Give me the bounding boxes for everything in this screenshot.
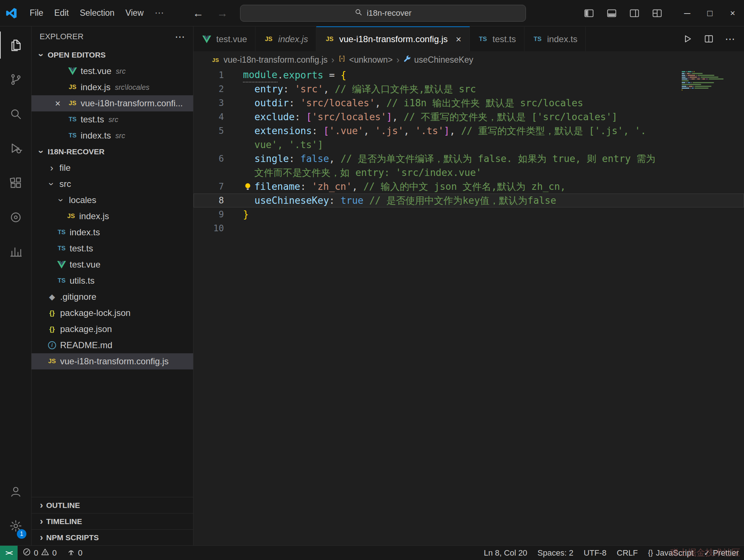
encoding[interactable]: UTF-8 (578, 546, 611, 560)
menu-more-icon[interactable]: ⋯ (149, 5, 170, 21)
language-mode[interactable]: {}JavaScript (643, 546, 699, 560)
file-item[interactable]: JSindex.js (32, 208, 193, 224)
code-line[interactable]: 文件而不是文件夹，如 entry: 'src/index.vue' (194, 166, 744, 180)
editor-more-actions-icon[interactable]: ⋯ (725, 33, 735, 45)
file-item[interactable]: TStest.ts (32, 240, 193, 257)
explorer-icon[interactable] (0, 28, 32, 62)
line-number[interactable]: 7 (194, 180, 243, 194)
indentation[interactable]: Spaces: 2 (533, 546, 579, 560)
section-npm-scripts[interactable]: ›NPM SCRIPTS (32, 529, 193, 545)
tab-test.ts[interactable]: TStest.ts (470, 26, 524, 51)
line-number[interactable] (194, 138, 243, 152)
code-line[interactable]: 5 extensions: ['.vue', '.js', '.ts'], //… (194, 124, 744, 138)
split-editor-button[interactable] (704, 34, 714, 44)
file-item[interactable]: JSvue-i18n-transform.config.js (32, 353, 193, 369)
folder-item[interactable]: ›locales (32, 192, 193, 208)
file-item[interactable]: {}package-lock.json (32, 305, 193, 321)
line-number[interactable]: 10 (194, 221, 243, 235)
open-editor-item[interactable]: test.vuesrc (32, 63, 193, 79)
breadcrumb-item[interactable]: JSvue-i18n-transform.config.js (210, 55, 328, 65)
lightbulb-icon[interactable] (243, 180, 254, 194)
formatter[interactable]: ✓Prettier (699, 546, 744, 560)
line-number[interactable]: 6 (194, 152, 243, 166)
eol[interactable]: CRLF (612, 546, 643, 560)
remote-explorer-icon[interactable] (0, 200, 32, 235)
file-item[interactable]: iREADME.md (32, 337, 193, 353)
maximize-button[interactable]: □ (699, 0, 721, 26)
code-line[interactable]: 10 (194, 221, 744, 235)
file-item[interactable]: TSindex.ts (32, 224, 193, 240)
line-number[interactable]: 4 (194, 110, 243, 124)
tab-index.js[interactable]: JSindex.js (255, 26, 316, 51)
open-editor-item[interactable]: TStest.tssrc (32, 111, 193, 128)
close-icon[interactable]: × (456, 34, 461, 45)
open-editor-item[interactable]: ×JSvue-i18n-transform.confi... (32, 95, 193, 111)
code-line[interactable]: 1module.exports = { (194, 68, 744, 82)
file-item[interactable]: TSutils.ts (32, 273, 193, 289)
cursor-position[interactable]: Ln 8, Col 20 (479, 546, 533, 560)
open-editor-item[interactable]: JSindex.jssrc\locales (32, 79, 193, 95)
run-button[interactable] (682, 34, 693, 44)
open-editors-header[interactable]: › OPEN EDITORS (32, 47, 193, 63)
menu-file[interactable]: File (24, 5, 49, 21)
code-line[interactable]: 7filename: 'zh_cn', // 输入的中文 json 文件名,默认… (194, 180, 744, 194)
more-actions-icon[interactable]: ⋯ (175, 31, 185, 43)
line-number[interactable]: 8 (194, 194, 243, 207)
code-line[interactable]: 4 exclude: ['src/locales'], // 不重写的文件夹，默… (194, 110, 744, 124)
remote-indicator[interactable]: >< (0, 546, 18, 560)
menu-selection[interactable]: Selection (74, 5, 120, 21)
line-number[interactable] (194, 166, 243, 180)
forward-icon[interactable]: → (216, 7, 229, 19)
toggle-secondary-sidebar-icon[interactable] (629, 8, 640, 19)
section-outline[interactable]: ›OUTLINE (32, 497, 193, 513)
line-number[interactable]: 1 (194, 68, 243, 82)
search-icon[interactable] (0, 97, 32, 131)
code-line[interactable]: vue', '.ts'] (194, 138, 744, 152)
code-line[interactable]: 9} (194, 207, 744, 221)
code-line[interactable]: 6 single: false, // 是否为单文件编译，默认为 false. … (194, 152, 744, 166)
line-number[interactable]: 5 (194, 124, 243, 138)
folder-item[interactable]: ›file (32, 160, 193, 176)
file-item[interactable]: test.vue (32, 257, 193, 273)
minimize-button[interactable]: ─ (676, 0, 699, 26)
toggle-panel-icon[interactable] (606, 8, 617, 19)
breadcrumb-item[interactable]: useChineseKey (403, 55, 473, 65)
accounts-icon[interactable] (0, 474, 32, 509)
problems-indicator[interactable]: 00 (18, 546, 62, 560)
js-file-icon: JS (67, 98, 78, 108)
section-timeline[interactable]: ›TIMELINE (32, 513, 193, 529)
menu-edit[interactable]: Edit (49, 5, 74, 21)
command-center-search[interactable]: i18n-recover (240, 5, 526, 22)
toggle-sidebar-icon[interactable] (583, 8, 594, 19)
stats-icon[interactable] (0, 235, 32, 269)
line-number[interactable]: 2 (194, 82, 243, 96)
file-item[interactable]: {}package.json (32, 321, 193, 337)
menu-view[interactable]: View (120, 5, 149, 21)
line-number[interactable]: 3 (194, 96, 243, 110)
back-icon[interactable]: ← (192, 7, 205, 19)
extensions-icon[interactable] (0, 166, 32, 200)
breadcrumb-separator: › (396, 54, 399, 66)
code-line[interactable]: 8 useChineseKey: true // 是否使用中文作为key值，默认… (194, 194, 744, 207)
customize-layout-icon[interactable] (652, 8, 663, 19)
close-window-button[interactable]: × (721, 0, 744, 26)
run-debug-icon[interactable] (0, 131, 32, 166)
code-line[interactable]: 3 outdir: 'src/locales', // i18n 输出文件夹 默… (194, 96, 744, 110)
source-control-icon[interactable] (0, 62, 32, 97)
tab-vue-i18n-transform.config.js[interactable]: JSvue-i18n-transform.config.js× (316, 26, 469, 51)
open-editor-item[interactable]: TSindex.tssrc (32, 128, 193, 144)
editor[interactable]: 1module.exports = {2 entry: 'src', // 编译… (194, 68, 744, 545)
breadcrumb-item[interactable]: <unknown> (338, 55, 393, 65)
file-item[interactable]: ◆.gitignore (32, 289, 193, 305)
line-number[interactable]: 9 (194, 207, 243, 221)
code-line[interactable]: 2 entry: 'src', // 编译入口文件夹,默认是 src (194, 82, 744, 96)
close-icon[interactable]: × (55, 98, 67, 109)
settings-icon[interactable]: 1 (0, 509, 32, 543)
minimap[interactable] (682, 71, 737, 93)
folder-item[interactable]: ›src (32, 176, 193, 192)
project-header[interactable]: › I18N-RECOVER (32, 144, 193, 160)
open-editors-label: OPEN EDITORS (48, 51, 106, 59)
tab-index.ts[interactable]: TSindex.ts (524, 26, 586, 51)
tab-test.vue[interactable]: test.vue (194, 26, 255, 51)
ports-indicator[interactable]: 0 (62, 546, 88, 560)
